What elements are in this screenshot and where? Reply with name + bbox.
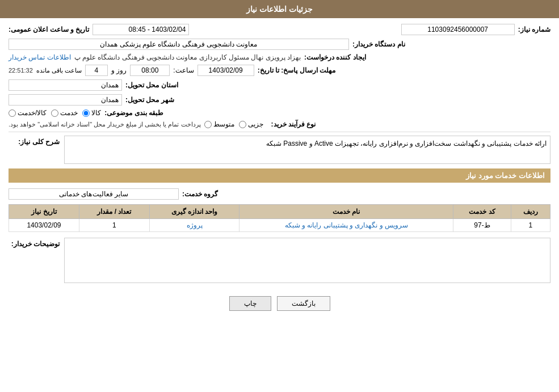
delivery-province-input — [9, 79, 122, 91]
back-button[interactable]: بازگشت — [277, 296, 330, 311]
reply-days-input — [85, 65, 108, 76]
creator-contact-link[interactable]: اطلاعات تماس خریدار — [9, 53, 71, 61]
category-khidmat-radio[interactable] — [51, 109, 58, 117]
general-desc-text: ارائه خدمات پشتیبانی و نگهداشت سخت‌افزار… — [266, 140, 547, 147]
purchase-mutawasit-label: متوسط — [213, 120, 234, 128]
buyer-input — [9, 39, 349, 50]
category-kala-khidmat-radio[interactable] — [9, 109, 16, 117]
services-table: ردیف کد خدمت نام خدمت واحد اندازه گیری ت… — [9, 204, 550, 232]
category-kala-label: کالا — [91, 109, 101, 117]
request-number-input — [401, 24, 515, 35]
buyer-label: نام دستگاه خریدار: — [352, 40, 405, 48]
services-section-title: اطلاعات خدمات مورد نیاز — [9, 168, 550, 183]
category-khidmat-label: خدمت — [60, 109, 78, 117]
group-label: گروه خدمت: — [182, 190, 218, 198]
cell-qty: 1 — [79, 219, 149, 232]
remaining-time: 22:51:32 — [9, 67, 33, 74]
purchase-juzyi[interactable]: جزیی — [239, 120, 263, 128]
purchase-mutawasit[interactable]: متوسط — [204, 120, 234, 128]
cell-row: 1 — [511, 219, 550, 232]
col-qty: تعداد / مقدار — [79, 205, 149, 219]
purchase-note: پرداخت تمام یا بخشی از مبلغ خریدار محل "… — [9, 121, 201, 128]
reply-date-input — [197, 65, 254, 76]
footer-buttons: بازگشت چاپ — [9, 290, 550, 317]
category-khidmat[interactable]: خدمت — [51, 109, 78, 117]
date-announce-label: تاریخ و ساعت اعلان عمومی: — [9, 26, 89, 33]
print-button[interactable]: چاپ — [229, 296, 271, 311]
category-label: طبقه بندی موضوعی: — [104, 109, 163, 117]
creator-value: بهزاد پرویزی نهال مسئول کاربردازی معاونت… — [74, 53, 301, 61]
general-desc-box: ارائه خدمات پشتیبانی و نگهداشت سخت‌افزار… — [64, 136, 550, 164]
cell-code: ط-97 — [453, 219, 511, 232]
purchase-type-group: متوسط جزیی — [204, 120, 263, 128]
cell-date: 1403/02/09 — [9, 219, 79, 232]
col-date: تاریخ نیاز — [9, 205, 79, 219]
page-title: جزئیات اطلاعات نیاز — [246, 5, 313, 14]
category-kala[interactable]: کالا — [82, 109, 101, 117]
creator-label: ایجاد کننده درخواست: — [304, 53, 366, 61]
buyer-desc-section: توضیحات خریدار: — [9, 238, 550, 285]
reply-deadline-label: مهلت ارسال پاسخ: تا تاریخ: — [258, 66, 335, 74]
col-row: ردیف — [511, 205, 550, 219]
delivery-city-label: شهر محل تحویل: — [125, 96, 174, 104]
category-kala-radio[interactable] — [82, 109, 90, 117]
category-kala-khidmat[interactable]: کالا/خدمت — [9, 109, 47, 117]
purchase-type-label: نوع فرآیند خرید: — [271, 120, 316, 128]
buyer-desc-label: توضیحات خریدار: — [9, 238, 60, 248]
cell-unit: پروژه — [149, 219, 239, 232]
delivery-province-label: استان محل تحویل: — [125, 81, 178, 89]
request-number-label: شماره نیاز: — [518, 26, 550, 33]
reply-time-label: ساعت: — [173, 66, 194, 74]
col-code: کد خدمت — [453, 205, 511, 219]
reply-time-input — [130, 65, 170, 76]
page-header: جزئیات اطلاعات نیاز — [0, 0, 559, 18]
category-kala-khidmat-label: کالا/خدمت — [18, 109, 47, 117]
col-unit: واحد اندازه گیری — [149, 205, 239, 219]
table-row: 1 ط-97 سرویس و نگهداری و پشتیبانی رایانه… — [9, 219, 550, 232]
purchase-mutawasit-radio[interactable] — [204, 121, 212, 128]
group-input — [9, 188, 179, 200]
col-name: نام خدمت — [239, 205, 453, 219]
category-radio-group: کالا/خدمت خدمت کالا — [9, 109, 101, 117]
general-desc-label: شرح کلی نیاز: — [9, 136, 60, 146]
days-label: روز و — [111, 66, 127, 74]
delivery-city-input — [9, 94, 122, 106]
cell-name: سرویس و نگهداری و پشتیبانی رایانه و شبکه — [239, 219, 453, 232]
purchase-juzyi-label: جزیی — [248, 120, 263, 128]
purchase-juzyi-radio[interactable] — [239, 121, 246, 128]
buyer-desc-textarea[interactable] — [64, 238, 550, 283]
remaining-label: ساعت باقی مانده — [36, 67, 82, 74]
date-announce-input[interactable] — [93, 24, 189, 35]
